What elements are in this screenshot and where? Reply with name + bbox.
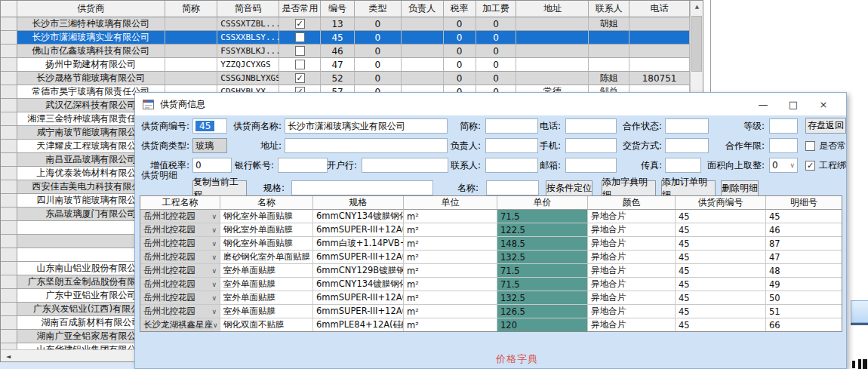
supplier-cell[interactable]: 长沙市潇湘玻璃实业有限公司 (17, 31, 165, 45)
is-common-checkbox[interactable] (805, 141, 815, 151)
supplier-cell[interactable]: 胡姐 (589, 17, 629, 31)
save-return-button[interactable]: 存盘返回 (805, 118, 846, 134)
detail-row[interactable]: 岳州北控花园∨室外单面贴膜6mmSUPER-III+12A(硅...m²132.… (140, 291, 842, 305)
supplier-cell[interactable] (589, 45, 629, 58)
project-combo-cell[interactable]: 岳州北控花园∨ (140, 223, 220, 237)
bg-grid-column-header[interactable]: 联系人 (589, 1, 629, 17)
detail-cell[interactable]: 6mmCNY134镀膜钢化 (313, 210, 404, 223)
detail-cell[interactable]: 异地合片 (588, 318, 676, 332)
coop-status-input[interactable] (665, 118, 709, 134)
detail-row[interactable]: 岳州北控花园∨钢化室外单面贴膜6mmCNY134镀膜钢化m²71.5异地合片45… (140, 210, 842, 223)
row-header-cell[interactable] (1, 85, 17, 99)
supplier-cell[interactable] (402, 17, 444, 31)
supplier-row[interactable]: 长沙晟格节能玻璃有限公司CSSGJNBLYXGS52000陈姐180751 (1, 72, 690, 85)
supplier-cell[interactable]: 陈姐 (589, 72, 629, 85)
detail-cell[interactable]: 异地合片 (588, 223, 676, 237)
detail-cell[interactable]: 45 (676, 237, 766, 251)
detail-row[interactable]: 岳州北控花园∨磨砂钢化室外单面贴膜6mmSUPER-III+12A(硅...m²… (140, 251, 842, 264)
row-header-cell[interactable] (1, 17, 17, 31)
detail-cell[interactable]: 磨砂钢化室外单面贴膜 (220, 251, 313, 264)
supplier-cell[interactable]: YZZQJCYXGS (217, 58, 279, 72)
detail-cell[interactable]: 46 (766, 223, 842, 237)
supplier-cell[interactable] (402, 58, 444, 72)
common-flag-cell[interactable] (279, 17, 321, 31)
detail-cell[interactable]: 异地合片 (588, 305, 676, 318)
detail-column-header[interactable]: 颜色 (588, 196, 676, 210)
detail-cell[interactable]: 47 (766, 251, 842, 264)
detail-cell[interactable]: 45 (676, 264, 766, 278)
short-name-input[interactable] (485, 118, 538, 134)
supplier-cell[interactable]: 52 (321, 72, 355, 85)
supplier-cell[interactable] (516, 72, 589, 85)
delivery-method-input[interactable] (665, 138, 709, 153)
detail-cell[interactable]: 51 (766, 305, 842, 318)
detail-cell[interactable]: 室外单面贴膜 (220, 278, 313, 291)
project-combo-cell[interactable]: 岳州北控花园∨ (140, 305, 220, 318)
supplier-cell[interactable]: FSSYXBLKJ... (217, 45, 279, 58)
detail-cell[interactable]: 异地合片 (588, 210, 676, 223)
chevron-down-icon[interactable]: ∨ (213, 321, 218, 329)
copy-current-project-button[interactable]: 复制当前工程 (192, 180, 247, 196)
detail-cell[interactable]: 6mmCNY134镀膜钢化 (313, 278, 404, 291)
supplier-cell[interactable]: 47 (321, 58, 355, 72)
supplier-cell[interactable]: 0 (355, 72, 402, 85)
price-cell[interactable]: 71.5 (497, 210, 588, 223)
detail-cell[interactable]: 6mmSUPER-III+12A(硅... (313, 305, 404, 318)
row-header-cell[interactable] (1, 45, 17, 58)
chevron-down-icon[interactable]: ∨ (211, 240, 217, 248)
supplier-cell[interactable]: 46 (321, 45, 355, 58)
supplier-cell[interactable]: 45 (321, 31, 355, 45)
detail-cell[interactable]: m² (404, 251, 497, 264)
row-header-cell[interactable] (1, 330, 17, 343)
detail-column-header[interactable]: 工程名称 (140, 196, 220, 210)
supplier-cell[interactable] (165, 17, 218, 31)
row-header-cell[interactable] (1, 194, 17, 208)
is-common-checkbox-group[interactable]: 是否常用 (805, 140, 847, 152)
supplier-cell[interactable] (589, 58, 629, 72)
price-cell[interactable]: 122.5 (497, 223, 588, 237)
detail-cell[interactable]: 6mmSUPER-III+12A(硅... (313, 251, 404, 264)
project-bind-checkbox[interactable] (805, 161, 815, 171)
vertical-scroll-thumb[interactable] (691, 16, 702, 72)
email-input[interactable] (565, 158, 617, 173)
price-cell[interactable]: 132.5 (497, 251, 588, 264)
supplier-cell[interactable] (402, 72, 444, 85)
price-cell[interactable]: 132.5 (497, 291, 588, 305)
detail-cell[interactable]: 室外单面贴膜 (220, 264, 313, 278)
supplier-cell[interactable]: CSSSXTZBL... (217, 17, 279, 31)
address-input[interactable] (285, 138, 448, 153)
detail-cell[interactable]: 45 (676, 305, 766, 318)
name-filter-input[interactable] (486, 180, 539, 195)
detail-cell[interactable]: 45 (676, 223, 766, 237)
project-combo-cell[interactable]: 岳州北控花园∨ (140, 264, 220, 278)
grade-input[interactable] (769, 118, 798, 134)
detail-cell[interactable]: m² (404, 305, 497, 318)
supplier-cell[interactable] (165, 58, 218, 72)
detail-cell[interactable]: 钢化室外单面贴膜 (220, 237, 313, 251)
price-cell[interactable]: 71.5 (497, 278, 588, 291)
detail-column-header[interactable]: 供货商编号 (676, 196, 766, 210)
supplier-cell[interactable]: 0 (355, 17, 402, 31)
row-header-cell[interactable] (1, 289, 17, 303)
detail-cell[interactable]: 50 (766, 291, 842, 305)
maximize-icon[interactable]: □ (778, 94, 808, 115)
common-flag-cell[interactable] (279, 72, 321, 85)
detail-cell[interactable]: 6mmCNY129B镀膜钢化 (313, 264, 404, 278)
bg-grid-column-header[interactable]: 地址 (516, 1, 589, 17)
detail-cell[interactable]: 45 (676, 278, 766, 291)
detail-cell[interactable]: 钢化室外单面贴膜 (220, 210, 313, 223)
supplier-cell[interactable]: 180751 (629, 72, 690, 85)
project-combo-cell[interactable]: 岳州北控花园∨ (140, 291, 220, 305)
detail-cell[interactable]: 45 (676, 251, 766, 264)
delete-detail-button[interactable]: 删除明细 (721, 180, 759, 196)
supplier-name-input[interactable]: 长沙市潇湘玻璃实业有限公司 (285, 118, 448, 134)
row-header-cell[interactable] (1, 72, 17, 85)
supplier-cell[interactable]: 长沙市三湘特种玻璃有限公司 (17, 17, 165, 31)
row-header-cell[interactable] (1, 248, 17, 262)
supplier-cell[interactable] (629, 31, 690, 45)
scroll-left-icon[interactable]: ◄ (2, 350, 14, 362)
supplier-cell[interactable] (516, 58, 589, 72)
scroll-up-icon[interactable]: ▲ (691, 1, 703, 13)
row-header-cell[interactable] (1, 153, 17, 167)
supplier-cell[interactable]: 0 (444, 17, 476, 31)
